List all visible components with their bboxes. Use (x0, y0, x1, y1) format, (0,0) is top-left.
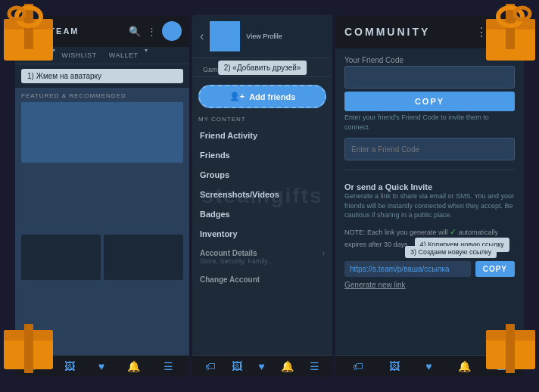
gift-bottom-left (0, 324, 68, 392)
user-avatar[interactable] (162, 21, 182, 41)
enter-friend-code-input[interactable] (344, 138, 515, 160)
steam-content-area: FEATURED & RECOMMENDED (15, 88, 189, 355)
steam-panel: STEAM 🔍 ⋮ STORE ▾ WISHLIST WALLET ▾ 1) Ж… (15, 15, 189, 377)
check-icon: ✓ (450, 227, 456, 236)
mid-bottom-tag-icon[interactable]: 🏷 (205, 360, 216, 372)
quick-invite-label: Or send a Quick Invite (344, 182, 515, 191)
account-arrow-icon: › (322, 249, 325, 257)
featured-item-large (21, 102, 183, 163)
divider (344, 170, 515, 170)
comm-bottom-heart-icon[interactable]: ♥ (425, 360, 432, 372)
featured-item-1 (21, 235, 101, 280)
menu-change-account[interactable]: Change Account (192, 270, 332, 289)
tooltip-click-avatar: 1) Жмем на аватарку (21, 69, 183, 83)
search-icon[interactable]: 🔍 (129, 25, 141, 37)
back-arrow-icon[interactable]: ‹ (200, 30, 204, 43)
gift-top-left (0, 0, 68, 68)
copy-link-button[interactable]: COPY (475, 261, 515, 277)
mid-bottom-bell-icon[interactable]: 🔔 (281, 360, 294, 372)
comm-bottom-tag-icon[interactable]: 🏷 (353, 360, 363, 372)
svg-rect-12 (24, 324, 33, 373)
add-friends-icon: 👤+ (229, 92, 245, 101)
tooltip-add-friends: 2) «Добавить друзей» (218, 61, 307, 75)
middle-panel: ‹ View Profile 2) «Добавить друзей» Game… (192, 15, 332, 377)
bottom-nav-heart-icon[interactable]: ♥ (98, 360, 104, 372)
mid-bottom-heart-icon[interactable]: ♥ (258, 360, 264, 372)
note-label: NOTE: Each link you generate will (344, 229, 450, 236)
featured-item-2 (104, 235, 183, 280)
middle-bottom-nav: 🏷 🖼 ♥ 🔔 ☰ (192, 355, 332, 377)
my-content-label: MY CONTENT (192, 113, 332, 126)
account-sub: Store, Security, Family... (200, 257, 325, 265)
tooltip-generate-link: 3) Создаем новую ссылку (405, 246, 497, 258)
menu-groups[interactable]: Groups (192, 165, 332, 185)
featured-label: FEATURED & RECOMMENDED (15, 88, 189, 102)
menu-dots-icon[interactable]: ⋮ (145, 25, 157, 37)
community-content: Your Friend Code COPY Enter your friend'… (335, 48, 524, 355)
menu-screenshots-videos[interactable]: Screenshots/Videos (192, 185, 332, 204)
enter-friend-code-section (344, 138, 515, 160)
community-panel: COMMUNITY ⋮ Your Friend Code COPY Enter … (335, 15, 524, 377)
bottom-nav-menu-icon[interactable]: ☰ (164, 360, 173, 372)
nav-wallet[interactable]: WALLET (103, 47, 145, 64)
community-title: COMMUNITY (344, 26, 430, 38)
view-profile-button[interactable]: View Profile (246, 33, 282, 40)
add-friends-label: Add friends (249, 92, 295, 101)
middle-header: ‹ View Profile (192, 15, 332, 58)
friend-code-input[interactable] (344, 66, 515, 89)
menu-badges[interactable]: Badges (192, 204, 332, 224)
gift-bottom-right (471, 324, 539, 392)
menu-friend-activity[interactable]: Friend Activity (192, 126, 332, 145)
quick-invite-section: Or send a Quick Invite Generate a link t… (344, 179, 515, 220)
main-wrapper: STEAM 🔍 ⋮ STORE ▾ WISHLIST WALLET ▾ 1) Ж… (15, 15, 524, 377)
featured-items (15, 102, 189, 355)
svg-rect-15 (506, 324, 515, 373)
invite-link-text: https://s.team/p/ваша/ссылка (344, 261, 471, 277)
gift-top-right (471, 0, 539, 68)
profile-avatar (210, 21, 240, 51)
steam-header-icons: 🔍 ⋮ (129, 21, 182, 41)
comm-bottom-image-icon[interactable]: 🖼 (389, 360, 400, 372)
copy-friend-code-button[interactable]: COPY (344, 92, 515, 111)
menu-account-details[interactable]: Account Details › Store, Security, Famil… (192, 244, 332, 270)
mid-bottom-menu-icon[interactable]: ☰ (310, 360, 319, 372)
mid-bottom-image-icon[interactable]: 🖼 (232, 360, 242, 372)
friend-code-helper: Enter your friend's Friend Code to invit… (344, 113, 515, 132)
menu-friends[interactable]: Friends (192, 145, 332, 165)
wallet-chevron-icon: ▾ (145, 47, 148, 64)
bottom-nav-bell-icon[interactable]: 🔔 (127, 360, 140, 372)
generate-new-link-button[interactable]: Generate new link (344, 281, 406, 289)
link-row-wrapper: 3) Создаем новую ссылку https://s.team/p… (344, 258, 515, 291)
link-row: https://s.team/p/ваша/ссылка COPY (344, 261, 515, 277)
add-friends-button[interactable]: 👤+ Add friends (198, 85, 326, 108)
account-label: Account Details (200, 249, 257, 257)
quick-invite-desc: Generate a link to share via email or SM… (344, 191, 515, 220)
comm-bottom-bell-icon[interactable]: 🔔 (458, 360, 471, 372)
menu-inventory[interactable]: Inventory (192, 224, 332, 244)
